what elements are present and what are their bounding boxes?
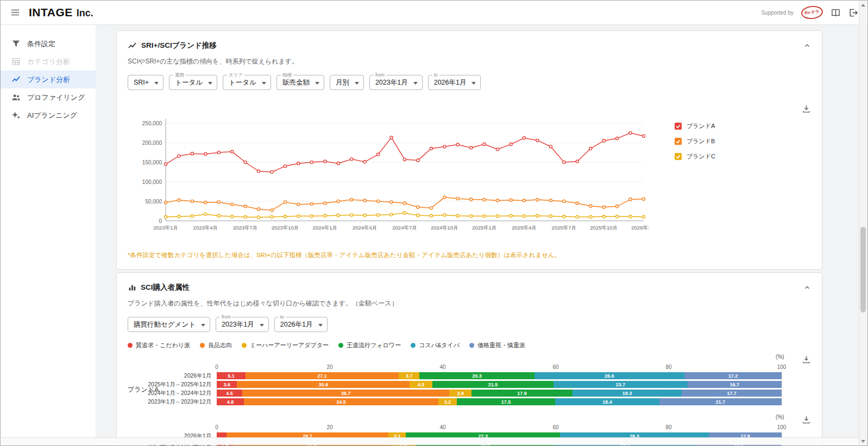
bar-segment[interactable]: 4.0 [410,381,432,388]
app-logo: INTAGE Inc. [29,6,93,19]
bar-segment[interactable]: 20.3 [419,372,534,379]
scroll-up-arrow[interactable] [859,1,867,9]
bar-segment[interactable]: 21.5 [432,381,553,388]
vertical-scrollbar[interactable] [859,1,867,445]
bar-segment[interactable]: 3.2 [438,398,456,405]
bar-segment[interactable]: 17.2 [684,372,782,379]
sidebar-item-ai-planning[interactable]: AIプランニング [1,106,96,124]
bar-segment-value: 3.7 [406,373,413,379]
bar-segment[interactable]: 4.5 [217,390,242,397]
logo-text-sub: Inc. [77,8,93,19]
sparkle-icon [11,111,21,120]
svg-text:2023年10月: 2023年10月 [272,225,299,231]
series-legend-label: ブランドB [687,137,715,145]
sidebar-item-label: カテゴリ分析 [27,57,70,67]
sidebar-item-profiling[interactable]: プロファイリング [1,88,96,106]
attr-filter-dropdown-0[interactable]: 購買行動セグメント [128,317,210,332]
bar-segment-value: 20.3 [472,373,482,379]
bar-segment[interactable]: 3.6 [217,381,237,388]
sidebar-item-category: カテゴリ分析 [1,53,96,71]
bar-segment[interactable]: 3.7 [399,372,419,379]
logo-text-main: INTAGE [29,6,73,19]
trend-legend: ブランドAブランドBブランドC [675,114,715,235]
sidebar-item-conditions[interactable]: 条件設定 [1,35,96,53]
filter-floating-label: from [374,72,386,78]
collapse-chevron-up-icon[interactable] [803,42,811,49]
sponsor-logo-text: Re:テラ [804,9,820,16]
filter-floating-label: from [220,314,232,320]
bar-segment[interactable]: 21.7 [659,398,782,405]
download-icon[interactable] [802,104,811,113]
trend-filter-dropdown-4[interactable]: 月別 [330,75,364,90]
people-icon [11,93,21,102]
manual-book-icon[interactable] [831,8,841,17]
bar-track: 4.834.53.217.518.421.7 [217,398,782,405]
svg-text:2025年10月: 2025年10月 [590,225,618,231]
bar-segment[interactable]: 26.6 [534,372,685,379]
scroll-down-arrow[interactable] [859,437,867,445]
segment-legend-dot [338,343,343,348]
percent-unit-label: (%) [776,414,784,420]
svg-text:150,000: 150,000 [142,160,162,165]
bar-segment[interactable]: 17.9 [471,390,573,397]
series-legend-item[interactable]: ブランドB [675,137,715,145]
bar-segment[interactable]: 18.4 [555,398,659,405]
axis-tick-label: 0 [215,364,218,370]
segment-legend-dot [200,343,205,348]
bar-segment[interactable]: 27.1 [246,372,399,379]
trend-filter-dropdown-6[interactable]: to2026年1月 [428,75,481,90]
collapse-chevron-up-icon[interactable] [803,284,811,291]
menu-icon[interactable] [10,8,20,17]
bar-segment-value: 3.2 [444,399,451,405]
svg-text:2025年7月: 2025年7月 [552,225,576,231]
trend-filter-dropdown-3[interactable]: 指標販売金額 [276,75,324,90]
bar-segment-value: 21.5 [488,382,498,387]
stacked-bar-charts: (%)0204060801002026年1月5.127.13.720.326.6… [128,354,811,446]
line-chart: 050,000100,000150,000200,000250,0002023年… [128,114,649,235]
svg-text:2026年1月: 2026年1月 [631,225,649,231]
bar-segment[interactable]: 17.5 [457,398,556,405]
main-content: SRI+/SCIブランド推移 SCIやSRI+の主な指標の傾向を、時系列で捉えら… [96,25,867,446]
trend-filter-dropdown-0[interactable]: SRI+ [128,75,163,90]
svg-text:2023年4月: 2023年4月 [193,225,218,231]
logout-icon[interactable] [848,8,858,17]
trend-card: SRI+/SCIブランド推移 SCIやSRI+の主な指標の傾向を、時系列で捉えら… [116,30,822,270]
series-legend-item[interactable]: ブランドA [675,122,715,130]
checkbox-checked-icon[interactable] [675,123,682,130]
bar-segment-value: 17.7 [727,391,737,396]
filter-icon [11,39,21,48]
chevron-down-icon [154,82,159,85]
svg-text:100,000: 100,000 [142,179,162,185]
bar-segment[interactable]: 5.1 [217,372,246,379]
trend-filter-dropdown-5[interactable]: from2023年1月 [369,75,423,90]
axis-tick-label: 20 [326,364,332,370]
svg-text:2024年4月: 2024年4月 [353,225,377,231]
series-legend-item[interactable]: ブランドC [675,152,715,161]
bar-track: 5.127.13.720.326.617.2 [217,372,782,379]
checkbox-checked-icon[interactable] [675,138,682,145]
bar-segment-value: 19.3 [622,391,632,396]
bar-segment-value: 17.2 [728,373,738,379]
bar-segment[interactable]: 3.9 [449,390,471,397]
bar-segment[interactable]: 19.3 [573,390,682,397]
sidebar-item-brand[interactable]: ブランド分析 [1,71,96,88]
segment-legend-dot [242,343,247,348]
bar-segment[interactable]: 16.7 [688,381,782,388]
bar-segment[interactable]: 34.5 [244,398,438,405]
bar-segment[interactable]: 17.7 [682,390,782,397]
attribute-card-title: SCI購入者属性 [141,283,190,292]
trend-filter-dropdown-2[interactable]: エリアトータル [223,75,271,90]
scrollbar-thumb[interactable] [860,227,866,313]
filter-floating-label: to [279,314,286,320]
bar-segment[interactable]: 4.8 [217,398,244,405]
bar-segment-value: 3.9 [457,391,464,396]
attr-filter-dropdown-2[interactable]: to2026年1月 [274,317,328,332]
trend-filter-dropdown-1[interactable]: 業態トータル [169,75,217,90]
axis-tick-label: 40 [439,364,445,370]
checkbox-checked-icon[interactable] [675,153,682,160]
filter-selected-value: 月別 [336,78,349,87]
bar-segment[interactable]: 30.6 [237,381,410,388]
bar-segment[interactable]: 36.7 [242,390,450,397]
bar-segment[interactable]: 23.7 [553,381,687,388]
attr-filter-dropdown-1[interactable]: from2023年1月 [216,317,269,332]
